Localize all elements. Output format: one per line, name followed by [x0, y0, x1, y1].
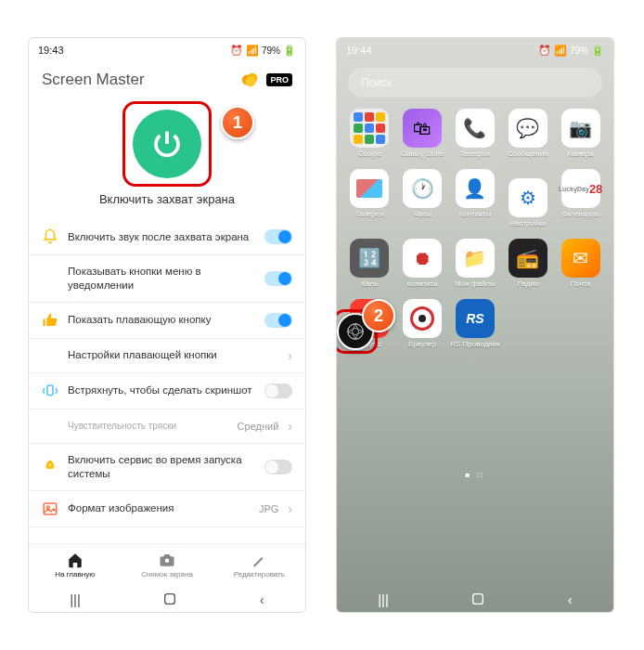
app-clock[interactable]: 🕐Часы: [397, 169, 448, 235]
home-button[interactable]: [470, 592, 485, 606]
app-label: Камера: [568, 150, 594, 165]
row-label: Встряхнуть, чтобы сделать скриншот: [68, 384, 255, 397]
row-label: Чувствительность тряски: [68, 420, 228, 432]
coins-icon: [240, 70, 261, 90]
chevron-right-icon: ›: [288, 419, 292, 434]
app-messages[interactable]: 💬Сообщения: [502, 109, 553, 165]
tab-home[interactable]: На главную: [29, 544, 121, 586]
home-button[interactable]: [162, 592, 177, 606]
row-format[interactable]: Формат изображения JPG ›: [29, 491, 305, 527]
toggle-on[interactable]: [264, 313, 292, 328]
gear-icon: ⚙: [509, 178, 547, 217]
toggle-on[interactable]: [264, 229, 292, 244]
row-sound[interactable]: Включить звук после захвата экрана: [29, 219, 305, 255]
row-label: Включить сервис во время запуска системы: [68, 453, 255, 481]
status-icons: ⏰ 📶 79% 🔋: [538, 45, 604, 57]
app-label: Галерея: [355, 211, 384, 226]
mail-icon: ✉: [561, 239, 600, 278]
app-label: Настройки: [509, 220, 546, 235]
row-label: Показывать кнопки меню в уведомлении: [68, 265, 255, 292]
app-title: Screen Master: [42, 71, 145, 89]
app-phone[interactable]: 📞Телефон: [450, 109, 501, 165]
app-label: Galaxy Store: [401, 150, 444, 165]
recent-button[interactable]: |||: [70, 592, 81, 607]
app-recorder[interactable]: ⏺козапись: [397, 239, 448, 295]
app-radio[interactable]: 📻Радио: [502, 239, 553, 295]
app-camera[interactable]: 📷Камера: [555, 109, 606, 165]
app-calculator[interactable]: 🔢Каль: [344, 239, 395, 295]
browser-icon: [403, 299, 442, 338]
app-calendar[interactable]: LuckyDay28Календарь: [555, 169, 606, 235]
toggle-off[interactable]: [264, 460, 292, 474]
aperture-icon: [345, 321, 366, 342]
row-floating[interactable]: Показать плавающую кнопку: [29, 303, 305, 339]
app-label: Радио: [517, 280, 538, 295]
battery-icon: 🔋: [283, 45, 296, 57]
row-shake[interactable]: Встряхнуть, чтобы сделать скриншот: [29, 373, 305, 410]
contact-icon: 👤: [456, 169, 495, 208]
camera-icon: [159, 552, 175, 568]
svg-rect-8: [165, 594, 175, 604]
row-floating-settings[interactable]: Настройки плавающей кнопки ›: [29, 339, 305, 373]
status-time: 19:43: [38, 45, 64, 56]
back-button[interactable]: ‹: [568, 592, 573, 607]
tab-screenshot[interactable]: Снимок экрана: [121, 544, 213, 586]
phone-screen-master: 19:43 ⏰ 📶 79% 🔋 Screen Master PRO Включи…: [28, 37, 306, 613]
row-menu-buttons[interactable]: Показывать кнопки меню в уведомлении: [29, 255, 305, 303]
rs-icon: RS: [456, 299, 495, 338]
status-icons: ⏰ 📶 79% 🔋: [230, 45, 296, 57]
app-contacts[interactable]: 👤Контакты: [450, 169, 501, 235]
app-label: Телефон: [459, 150, 490, 165]
tab-edit[interactable]: Редактировать: [213, 544, 305, 586]
app-rs[interactable]: RSRS Проводник: [450, 299, 501, 356]
row-boot[interactable]: Включить сервис во время запуска системы: [29, 444, 305, 491]
alarm-icon: ⏰: [538, 45, 551, 57]
alarm-icon: ⏰: [230, 45, 243, 57]
toggle-off[interactable]: [264, 384, 292, 398]
recent-button[interactable]: |||: [378, 592, 389, 607]
callout-badge-1: 1: [221, 106, 254, 139]
app-files[interactable]: 📁Мои файлы: [450, 239, 501, 295]
app-label: Часы: [413, 211, 431, 226]
tab-label: На главную: [55, 570, 95, 578]
tab-label: Снимок экрана: [141, 570, 193, 578]
app-header: Screen Master PRO: [29, 62, 305, 94]
app-google[interactable]: Google: [344, 109, 395, 165]
wand-icon: [251, 552, 267, 568]
search-input[interactable]: Поиск: [348, 68, 602, 98]
tab-label: Редактировать: [234, 570, 285, 578]
calc-icon: 🔢: [350, 239, 389, 278]
app-gallery[interactable]: Галерея: [344, 169, 395, 235]
app-mail[interactable]: ✉Почта: [555, 239, 606, 295]
callout-number: 2: [374, 306, 383, 326]
svg-point-2: [246, 76, 256, 86]
chat-icon: 💬: [509, 109, 547, 148]
svg-point-9: [348, 324, 364, 340]
toggle-on[interactable]: [264, 271, 292, 286]
home-icon: [67, 552, 84, 568]
app-label: Браузер: [408, 341, 437, 356]
pro-badge: PRO: [266, 73, 292, 86]
row-label: Настройки плавающей кнопки: [68, 348, 278, 362]
pro-area[interactable]: PRO: [240, 70, 292, 90]
svg-rect-3: [47, 385, 53, 396]
shake-icon: [42, 383, 58, 399]
app-galaxy-store[interactable]: 🛍Galaxy Store: [397, 109, 448, 165]
bag-icon: 🛍: [403, 109, 442, 148]
row-label: Показать плавающую кнопку: [68, 313, 255, 327]
status-bar: 19:43 ⏰ 📶 79% 🔋: [29, 38, 305, 62]
svg-rect-10: [473, 594, 483, 604]
app-browser[interactable]: Браузер: [397, 299, 448, 356]
back-button[interactable]: ‹: [260, 592, 264, 607]
battery-level: 79%: [570, 46, 588, 56]
search-placeholder: Поиск: [361, 76, 392, 89]
app-settings[interactable]: ⚙Настройки: [502, 169, 553, 235]
calendar-icon: LuckyDay28: [561, 169, 600, 208]
row-sensitivity[interactable]: Чувствительность тряски Средний ›: [29, 410, 305, 444]
phone-icon: 📞: [456, 109, 495, 148]
row-label: Включить звук после захвата экрана: [68, 230, 255, 244]
signal-icon: 📶: [246, 45, 259, 57]
page-indicator: ■ □: [337, 471, 613, 479]
app-label: Почта: [570, 280, 590, 295]
power-button[interactable]: [133, 110, 201, 178]
